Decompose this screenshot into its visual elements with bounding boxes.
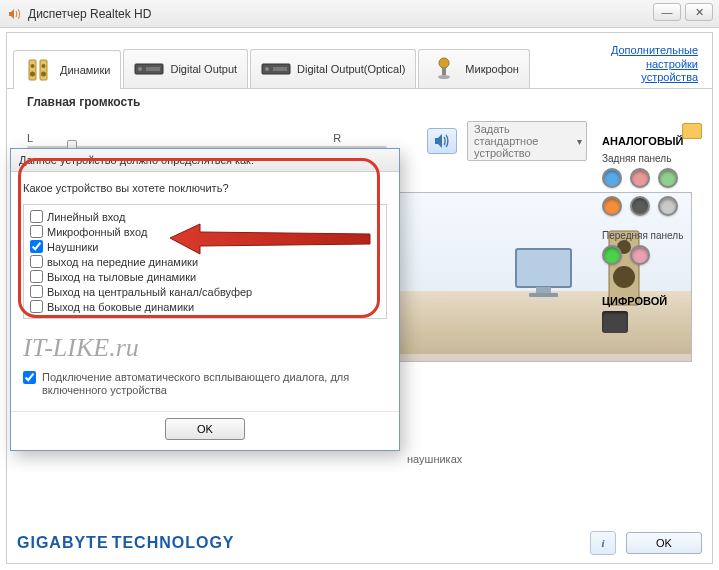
- rear-panel-label: Задняя панель: [602, 153, 702, 164]
- tab-microphone[interactable]: Микрофон: [418, 49, 530, 88]
- speakers-icon: [24, 57, 54, 83]
- option-headphones[interactable]: Наушники: [30, 239, 380, 254]
- option-checkbox[interactable]: [30, 270, 43, 283]
- watermark-text: IT-LIKE.ru: [23, 333, 387, 363]
- option-side-speakers[interactable]: Выход на боковые динамики: [30, 299, 380, 314]
- window-controls: — ✕: [653, 3, 713, 21]
- brand-subtext: TECHNOLOGY: [112, 534, 235, 551]
- option-checkbox[interactable]: [30, 210, 43, 223]
- svg-rect-11: [273, 67, 287, 71]
- rear-jacks: [602, 168, 702, 216]
- option-checkbox[interactable]: [30, 255, 43, 268]
- option-front-speakers[interactable]: выход на передние динамики: [30, 254, 380, 269]
- svg-point-2: [31, 64, 35, 68]
- svg-point-5: [41, 72, 46, 77]
- jack-rear-pink[interactable]: [630, 168, 650, 188]
- front-jacks: [602, 245, 702, 265]
- svg-rect-8: [146, 67, 160, 71]
- jack-rear-blue[interactable]: [602, 168, 622, 188]
- option-line-in[interactable]: Линейный вход: [30, 209, 380, 224]
- tab-label: Digital Output(Optical): [297, 63, 405, 75]
- svg-point-14: [438, 75, 450, 79]
- option-checkbox[interactable]: [30, 240, 43, 253]
- mute-button[interactable]: [427, 128, 457, 154]
- tab-label: Динамики: [60, 64, 110, 76]
- jack-rear-orange[interactable]: [602, 196, 622, 216]
- amplifier-icon: [134, 56, 164, 82]
- option-rear-speakers[interactable]: Выход на тыловые динамики: [30, 269, 380, 284]
- svg-rect-15: [516, 249, 571, 287]
- bottom-bar: GIGABYTE TECHNOLOGY i OK: [17, 531, 702, 555]
- digital-header: ЦИФРОВОЙ: [602, 295, 702, 307]
- microphone-icon: [429, 56, 459, 82]
- balance-left-label: L: [27, 132, 33, 144]
- digital-jack[interactable]: [602, 311, 628, 333]
- advanced-link-line[interactable]: устройства: [611, 71, 698, 84]
- volume-section-label: Главная громкость: [27, 95, 702, 109]
- headphones-note: наушниках: [407, 453, 462, 465]
- front-panel-label: Передняя панель: [602, 230, 702, 241]
- brand-text: GIGABYTE: [17, 534, 109, 551]
- jack-front-green[interactable]: [602, 245, 622, 265]
- default-device-label: Задать стандартное устройство: [474, 123, 570, 159]
- titlebar: Диспетчер Realtek HD: [0, 0, 719, 28]
- info-button[interactable]: i: [590, 531, 616, 555]
- amplifier-icon: [261, 56, 291, 82]
- advanced-link-line[interactable]: настройки: [611, 58, 698, 71]
- dialog-question: Какое устройство вы хотете поключить?: [23, 182, 387, 194]
- svg-point-7: [138, 67, 142, 71]
- window-title: Диспетчер Realtek HD: [28, 7, 151, 21]
- autopopup-label: Подключение автоматического всплывающего…: [42, 371, 387, 397]
- close-button[interactable]: ✕: [685, 3, 713, 21]
- main-ok-button[interactable]: OK: [626, 532, 702, 554]
- svg-rect-1: [40, 60, 47, 80]
- tab-label: Digital Output: [170, 63, 237, 75]
- tab-speakers[interactable]: Динамики: [13, 50, 121, 89]
- svg-point-3: [42, 64, 46, 68]
- brand-logo: GIGABYTE TECHNOLOGY: [17, 534, 235, 552]
- svg-rect-16: [536, 287, 551, 293]
- jack-rear-green[interactable]: [658, 168, 678, 188]
- dialog-ok-button[interactable]: OK: [165, 418, 245, 440]
- option-checkbox[interactable]: [30, 225, 43, 238]
- option-checkbox[interactable]: [30, 285, 43, 298]
- jack-rear-grey[interactable]: [658, 196, 678, 216]
- device-options-list: Линейный вход Микрофонный вход Наушники …: [23, 204, 387, 319]
- minimize-button[interactable]: —: [653, 3, 681, 21]
- tab-digital-output-optical[interactable]: Digital Output(Optical): [250, 49, 416, 88]
- svg-point-12: [439, 58, 449, 68]
- device-type-dialog: Данное устройство должно определяться ка…: [10, 148, 400, 451]
- svg-point-4: [30, 72, 35, 77]
- option-checkbox[interactable]: [30, 300, 43, 313]
- svg-rect-13: [442, 67, 446, 75]
- autopopup-checkbox[interactable]: [23, 371, 36, 384]
- speaker-icon: [6, 6, 22, 22]
- svg-rect-0: [29, 60, 36, 80]
- option-center-sub[interactable]: Выход на центральный канал/сабвуфер: [30, 284, 380, 299]
- autopopup-option[interactable]: Подключение автоматического всплывающего…: [23, 371, 387, 397]
- side-panel: АНАЛОГОВЫЙ Задняя панель Передняя панель…: [602, 129, 702, 333]
- option-mic-in[interactable]: Микрофонный вход: [30, 224, 380, 239]
- jack-front-pink[interactable]: [630, 245, 650, 265]
- advanced-settings-link[interactable]: Дополнительные настройки устройства: [603, 40, 706, 88]
- jack-rear-black[interactable]: [630, 196, 650, 216]
- folder-icon[interactable]: [682, 123, 702, 139]
- monitor-icon: [511, 244, 581, 306]
- advanced-link-line[interactable]: Дополнительные: [611, 44, 698, 57]
- tab-digital-output[interactable]: Digital Output: [123, 49, 248, 88]
- svg-rect-17: [529, 293, 558, 297]
- default-device-select[interactable]: Задать стандартное устройство: [467, 121, 587, 161]
- balance-right-label: R: [333, 132, 341, 144]
- tab-label: Микрофон: [465, 63, 519, 75]
- svg-point-10: [265, 67, 269, 71]
- device-tabs: Динамики Digital Output Digital Output(O…: [7, 33, 712, 89]
- dialog-title: Данное устройство должно определяться ка…: [11, 149, 399, 172]
